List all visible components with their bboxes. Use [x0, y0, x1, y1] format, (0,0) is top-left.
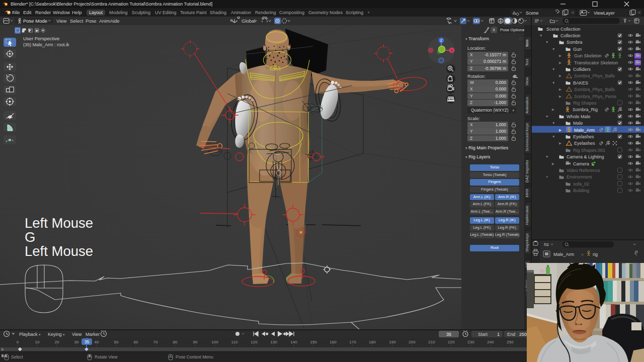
svg-text:▶: ▶	[559, 54, 561, 57]
svg-text:210: 210	[428, 340, 435, 344]
svg-text:▼: ▼	[552, 135, 555, 138]
svg-text:▶: ▶	[559, 128, 561, 132]
svg-text:Camera: Camera	[573, 161, 589, 166]
svg-text:180: 180	[369, 340, 376, 344]
svg-text:ViewLayer: ViewLayer	[594, 11, 615, 16]
svg-text:Collection: Collection	[560, 33, 581, 38]
svg-text:Start: Start	[478, 332, 488, 337]
svg-text:Sombra_Rig: Sombra_Rig	[573, 107, 598, 112]
svg-text:Rig Shapes: Rig Shapes	[573, 101, 597, 106]
svg-text:110: 110	[231, 340, 238, 344]
svg-text:▼: ▼	[552, 81, 555, 84]
svg-text:140: 140	[290, 340, 297, 344]
svg-text:240: 240	[487, 340, 494, 344]
svg-text:>: >	[581, 252, 584, 257]
svg-text:▼: ▼	[545, 155, 548, 158]
svg-text:BAKES: BAKES	[573, 80, 588, 85]
svg-text:▶: ▶	[552, 162, 554, 165]
svg-text:35: 35	[446, 332, 451, 337]
svg-text:35: 35	[85, 339, 90, 344]
svg-text:Video Reference: Video Reference	[567, 168, 600, 173]
svg-text:rig: rig	[593, 252, 598, 257]
svg-text:▶: ▶	[559, 61, 561, 64]
svg-text:Rig Shapes.001: Rig Shapes.001	[573, 148, 605, 153]
svg-text:Camera & Lighting: Camera & Lighting	[567, 154, 604, 159]
svg-text:220: 220	[448, 340, 455, 344]
svg-text:Eyelashes: Eyelashes	[574, 141, 595, 146]
svg-text:▼: ▼	[552, 47, 555, 51]
svg-text:Gun: Gun	[573, 47, 582, 52]
svg-text:20: 20	[55, 340, 59, 344]
svg-text:sofa_02: sofa_02	[573, 182, 589, 187]
svg-text:120: 120	[251, 340, 258, 344]
svg-text:Whole Male: Whole Male	[567, 114, 591, 119]
svg-text:▼: ▼	[545, 175, 548, 178]
svg-text:40: 40	[95, 340, 99, 344]
svg-text:80: 80	[173, 340, 178, 344]
svg-text:▼: ▼	[552, 67, 555, 71]
svg-text:▼: ▼	[539, 34, 542, 37]
svg-text:Male: Male	[573, 121, 583, 126]
svg-text:0: 0	[17, 340, 19, 344]
svg-text:Environment: Environment	[567, 174, 592, 179]
svg-text:50: 50	[114, 340, 119, 344]
svg-text:Gun Skeleton: Gun Skeleton	[574, 53, 602, 58]
svg-text:Male_Arm: Male_Arm	[553, 252, 574, 257]
svg-text:▶: ▶	[559, 141, 561, 145]
svg-text:150: 150	[310, 340, 317, 344]
svg-text:Sombra_Phys_Balls: Sombra_Phys_Balls	[574, 73, 615, 78]
svg-text:Scene Collection: Scene Collection	[546, 27, 581, 32]
svg-text:130: 130	[270, 340, 277, 344]
svg-text:200: 200	[409, 340, 416, 344]
svg-text:90: 90	[193, 340, 198, 344]
svg-text:Building: Building	[573, 188, 589, 193]
svg-text:10: 10	[35, 340, 40, 344]
svg-text:▶: ▶	[559, 74, 561, 77]
svg-text:End: End	[507, 332, 515, 337]
svg-text:1: 1	[497, 332, 500, 337]
svg-text:Sombra_Phys_Penis: Sombra_Phys_Penis	[574, 94, 617, 99]
svg-text:▼: ▼	[545, 115, 548, 118]
svg-text:230: 230	[467, 340, 474, 344]
svg-text:▼: ▼	[545, 40, 548, 44]
svg-text:Scene: Scene	[526, 11, 539, 16]
svg-text:250: 250	[507, 340, 514, 344]
svg-text:Translocator Skeleton: Translocator Skeleton	[574, 60, 618, 65]
svg-text:Sombra: Sombra	[567, 40, 583, 45]
svg-text:▶: ▶	[559, 95, 561, 98]
svg-text:100: 100	[211, 340, 218, 344]
svg-text:Colliders: Colliders	[573, 67, 591, 72]
svg-text:Z: Z	[440, 39, 443, 42]
svg-text:160: 160	[330, 340, 337, 344]
svg-text:190: 190	[389, 340, 396, 344]
svg-text:Pose Mode: Pose Mode	[23, 18, 47, 24]
svg-text:▼: ▼	[552, 121, 555, 125]
svg-text:Eyelashes: Eyelashes	[573, 134, 594, 139]
svg-text:170: 170	[349, 340, 356, 344]
svg-text:60: 60	[134, 340, 138, 344]
svg-text:Sombra_Phys_Balls: Sombra_Phys_Balls	[574, 87, 615, 92]
svg-text:X: X	[451, 49, 453, 52]
svg-text:▶: ▶	[559, 87, 561, 91]
svg-text:30: 30	[74, 340, 79, 344]
svg-text:Male_Arm: Male_Arm	[574, 128, 595, 133]
svg-text:70: 70	[153, 340, 158, 344]
svg-text:250: 250	[519, 332, 527, 337]
svg-text:▶: ▶	[552, 108, 554, 111]
